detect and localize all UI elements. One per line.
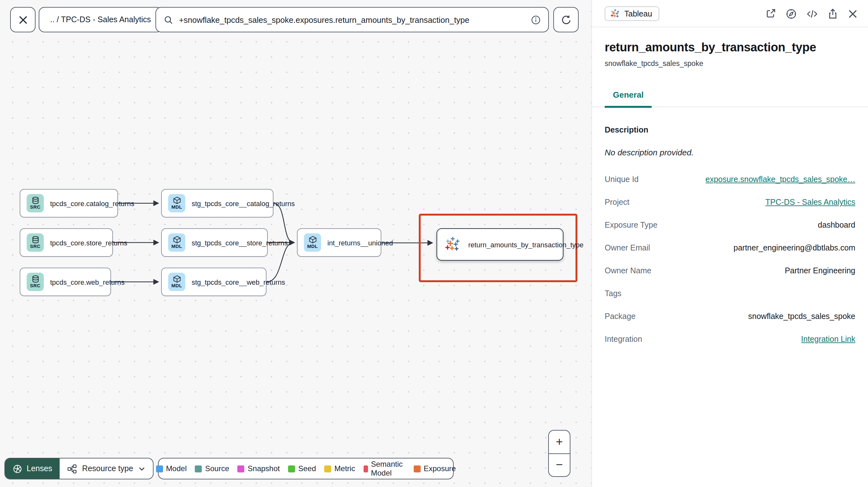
zoom-out-button[interactable]: − bbox=[549, 454, 570, 476]
legend-item-model: Model bbox=[156, 464, 187, 473]
field-row-project: Project TPC-DS - Sales Analytics bbox=[605, 191, 855, 214]
graph-node-tpcds-core-web-returns[interactable]: SRC tpcds_core.web_returns bbox=[20, 268, 111, 296]
field-row-owner-email: Owner Email partner_engineering@dbtlabs.… bbox=[605, 236, 855, 259]
hierarchy-icon bbox=[68, 464, 77, 474]
resource-title: return_amounts_by_transaction_type bbox=[605, 40, 855, 55]
graph-node-stg-store-returns[interactable]: MDL stg_tpcds_core__store_returns bbox=[161, 228, 268, 257]
zoom-control: + − bbox=[548, 430, 570, 477]
field-row-package: Package snowflake_tpcds_sales_spoke bbox=[605, 305, 855, 328]
tableau-logo-icon bbox=[445, 236, 461, 252]
panel-tabs: General bbox=[592, 90, 868, 107]
tab-general[interactable]: General bbox=[605, 90, 652, 106]
lineage-search-input[interactable]: +snowflake_tpcds_sales_spoke.exposures.r… bbox=[155, 7, 549, 32]
graph-node-stg-catalog-returns[interactable]: MDL stg_tpcds_core__catalog_returns bbox=[161, 189, 274, 218]
field-row-integration: Integration Integration Link bbox=[605, 328, 855, 351]
model-icon: MDL bbox=[304, 233, 321, 252]
description-heading: Description bbox=[605, 126, 855, 134]
integration-link[interactable]: Integration Link bbox=[801, 335, 855, 344]
tableau-integration-badge[interactable]: Tableau bbox=[605, 6, 659, 21]
unique-id-link[interactable]: exposure.snowflake_tpcds_sales_spoke… bbox=[706, 175, 856, 184]
graph-node-int-returns-unioned[interactable]: MDL int_returns__unioned bbox=[297, 228, 381, 257]
search-icon bbox=[164, 15, 173, 24]
legend-item-exposure: Exposure bbox=[413, 464, 456, 473]
model-swatch bbox=[156, 465, 163, 472]
field-row-tags: Tags bbox=[605, 282, 855, 305]
panel-header-divider bbox=[592, 27, 868, 27]
lenses-resource-type-control: Lenses Resource type bbox=[4, 458, 154, 479]
aperture-icon bbox=[13, 464, 22, 474]
description-empty-text: No description provided. bbox=[605, 148, 855, 157]
project-link[interactable]: TPC-DS - Sales Analytics bbox=[766, 198, 855, 207]
source-icon: SRC bbox=[27, 273, 44, 291]
legend-item-seed: Seed bbox=[288, 464, 316, 473]
search-value: +snowflake_tpcds_sales_spoke.exposures.r… bbox=[179, 15, 525, 24]
metric-swatch bbox=[324, 465, 331, 472]
snapshot-swatch bbox=[238, 465, 245, 472]
model-icon: MDL bbox=[168, 273, 185, 291]
close-icon[interactable] bbox=[848, 8, 858, 19]
model-icon: MDL bbox=[168, 194, 185, 213]
field-row-exposure-type: Exposure Type dashboard bbox=[605, 214, 855, 236]
resource-package-subtitle: snowflake_tpcds_sales_spoke bbox=[605, 60, 855, 67]
compass-icon[interactable] bbox=[785, 8, 797, 19]
graph-node-stg-web-returns[interactable]: MDL stg_tpcds_core__web_returns bbox=[161, 268, 267, 296]
details-panel: Tableau bbox=[591, 0, 868, 487]
semantic-model-swatch bbox=[363, 465, 368, 472]
external-link-icon[interactable] bbox=[765, 8, 776, 19]
resource-type-dropdown[interactable]: Resource type bbox=[60, 458, 153, 479]
legend-item-metric: Metric bbox=[324, 464, 355, 473]
close-lineage-button[interactable] bbox=[10, 7, 35, 32]
model-icon: MDL bbox=[168, 233, 185, 252]
tableau-logo-icon bbox=[610, 9, 620, 19]
legend-item-semantic-model: Semantic Model bbox=[363, 460, 405, 478]
legend-item-snapshot: Snapshot bbox=[238, 464, 280, 473]
field-row-owner-name: Owner Name Partner Engineering bbox=[605, 259, 855, 282]
chevron-down-icon bbox=[138, 465, 145, 472]
breadcrumb[interactable]: .. / TPC-DS - Sales Analytics bbox=[39, 7, 162, 32]
resource-type-legend: Model Source Snapshot Seed Metric Semant… bbox=[158, 458, 454, 479]
source-icon: SRC bbox=[27, 194, 44, 213]
source-swatch bbox=[195, 465, 202, 472]
zoom-in-button[interactable]: + bbox=[549, 430, 570, 454]
detail-fields: Unique Id exposure.snowflake_tpcds_sales… bbox=[605, 168, 855, 351]
lineage-canvas[interactable]: SRC tpcds_core.catalog_returns SRC tpcds… bbox=[0, 0, 591, 487]
graph-node-exposure-return-amounts[interactable]: return_amounts_by_transaction_type bbox=[437, 228, 563, 261]
source-icon: SRC bbox=[27, 233, 44, 252]
code-icon[interactable] bbox=[806, 8, 818, 19]
legend-item-source: Source bbox=[195, 464, 229, 473]
share-icon[interactable] bbox=[827, 8, 838, 19]
seed-swatch bbox=[288, 465, 295, 472]
graph-node-tpcds-core-store-returns[interactable]: SRC tpcds_core.store_returns bbox=[20, 228, 113, 257]
exposure-swatch bbox=[413, 465, 421, 472]
lenses-button[interactable]: Lenses bbox=[5, 458, 60, 479]
graph-node-tpcds-core-catalog-returns[interactable]: SRC tpcds_core.catalog_returns bbox=[20, 189, 118, 218]
field-row-unique-id: Unique Id exposure.snowflake_tpcds_sales… bbox=[605, 168, 855, 191]
refresh-lineage-button[interactable] bbox=[553, 7, 579, 32]
info-icon[interactable] bbox=[531, 15, 540, 24]
